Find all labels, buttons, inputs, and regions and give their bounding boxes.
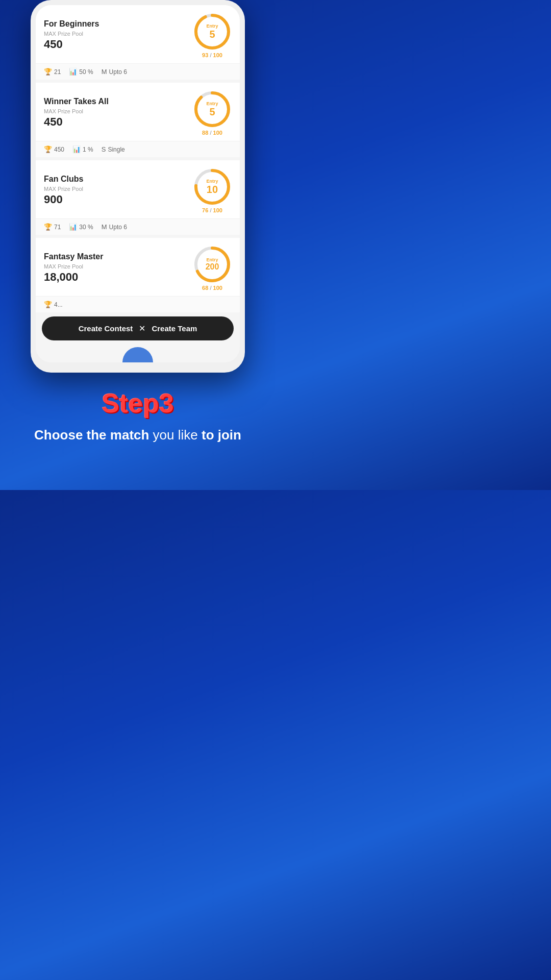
contest-title: Fan Clubs xyxy=(44,175,193,184)
contest-label: MAX Prize Pool xyxy=(44,263,193,270)
contest-label: MAX Prize Pool xyxy=(44,108,193,114)
contest-card-for-beginners[interactable]: For Beginners MAX Prize Pool 450 xyxy=(36,5,240,80)
contest-prize: 900 xyxy=(44,193,193,206)
contest-title: For Beginners xyxy=(44,19,193,29)
contest-list: For Beginners MAX Prize Pool 450 xyxy=(36,5,240,362)
entry-circle-winner-takes-all: Entry 5 xyxy=(193,90,232,129)
contest-title: Winner Takes All xyxy=(44,97,193,106)
contest-card-fantasy-master[interactable]: Fantasy Master MAX Prize Pool 18,000 xyxy=(36,238,240,312)
contest-title: Fantasy Master xyxy=(44,252,193,261)
contest-card-winner-takes-all[interactable]: Winner Takes All MAX Prize Pool 450 xyxy=(36,83,240,157)
contest-card-fan-clubs[interactable]: Fan Clubs MAX Prize Pool 900 xyxy=(36,160,240,235)
contest-prize: 18,000 xyxy=(44,271,193,284)
contest-label: MAX Prize Pool xyxy=(44,31,193,37)
bottom-action-bar: Create Contest ✕ Create Team xyxy=(42,316,234,340)
create-contest-button[interactable]: Create Contest xyxy=(79,324,133,333)
entry-circle-fan-clubs: Entry 10 xyxy=(193,167,232,206)
contest-label: MAX Prize Pool xyxy=(44,186,193,192)
contest-prize: 450 xyxy=(44,38,193,51)
step-title: Step3 xyxy=(10,388,265,419)
entry-circle-for-beginners: Entry 5 xyxy=(193,12,232,51)
phone-container: For Beginners MAX Prize Pool 450 xyxy=(31,0,245,373)
bar-divider: ✕ xyxy=(139,324,145,333)
step-description: Choose the match you like to join xyxy=(10,427,265,444)
phone-inner: For Beginners MAX Prize Pool 450 xyxy=(36,5,240,362)
page-wrapper: For Beginners MAX Prize Pool 450 xyxy=(0,0,276,454)
create-team-button[interactable]: Create Team xyxy=(152,324,197,333)
entry-circle-fantasy-master: Entry 200 xyxy=(193,245,232,284)
contest-prize: 450 xyxy=(44,115,193,129)
step-section: Step3 Choose the match you like to join xyxy=(0,373,276,454)
